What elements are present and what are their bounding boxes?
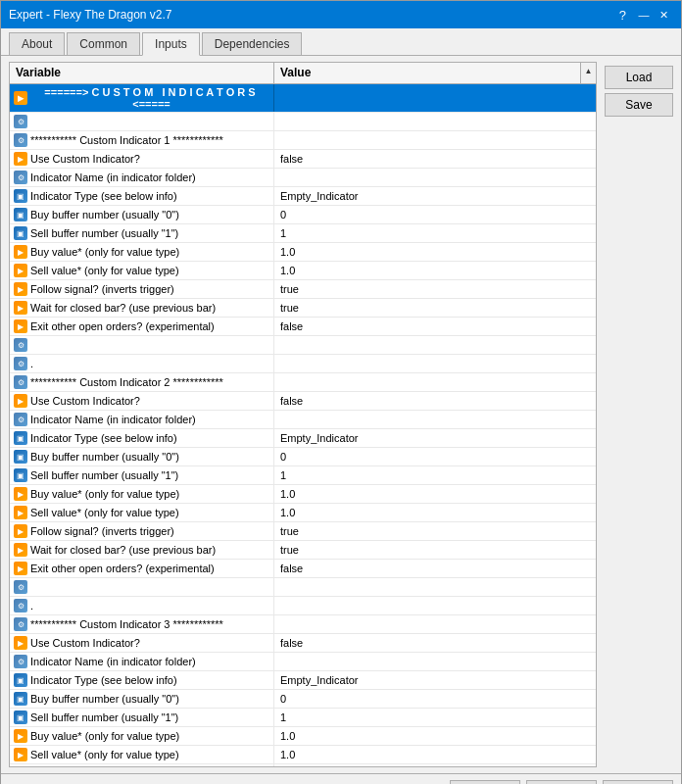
table-row[interactable]: ▣ Indicator Type (see below info) Empty_… — [10, 671, 596, 690]
table-row[interactable]: ⚙ Indicator Name (in indicator folder) — [10, 411, 596, 429]
table-row[interactable]: ▣ Indicator Type (see below info) Empty_… — [10, 187, 596, 206]
table-row[interactable]: ▶ Follow signal? (inverts trigger) true — [10, 522, 596, 541]
cell-value: true — [274, 280, 596, 298]
cell-variable: ⚙ — [10, 113, 274, 130]
table-row[interactable]: ⚙ Indicator Name (in indicator folder) — [10, 653, 596, 671]
row-icon: ⚙ — [14, 655, 27, 668]
table-row[interactable]: ▶ Use Custom Indicator? false — [10, 392, 596, 411]
table-row[interactable]: ▶ Sell value* (only for value type) 1.0 — [10, 746, 596, 764]
row-icon: ⚙ — [14, 375, 27, 389]
title-bar: Expert - Flexy The Dragon v2.7 ? — ✕ — [1, 1, 681, 28]
table-row[interactable]: ⚙ — [10, 578, 596, 597]
scroll-up-arrow[interactable]: ▲ — [583, 65, 595, 77]
table-row[interactable]: ⚙ *********** Custom Indicator 3 *******… — [10, 615, 596, 634]
table-row[interactable]: ▶ Wait for closed bar? (use previous bar… — [10, 541, 596, 560]
table-body[interactable]: ▶ ======> C U S T O M I N D I C A T O R … — [10, 84, 596, 766]
table-row[interactable]: ▶ Sell value* (only for value type) 1.0 — [10, 262, 596, 280]
cell-variable: ▣ Indicator Type (see below info) — [10, 671, 274, 689]
cell-variable: ▣ Buy buffer number (usually "0") — [10, 206, 274, 223]
table-row[interactable]: ▣ Indicator Type (see below info) Empty_… — [10, 429, 596, 448]
scroll-indicator: ▲ — [580, 63, 596, 83]
row-label: ======> C U S T O M I N D I C A T O R S … — [30, 86, 269, 110]
table-row[interactable]: ▶ Exit other open orders? (experimental)… — [10, 560, 596, 578]
cell-value: false — [274, 392, 596, 410]
cell-variable: ▶ Use Custom Indicator? — [10, 634, 274, 652]
cell-variable: ▣ Sell buffer number (usually "1") — [10, 709, 274, 726]
table-row[interactable]: ▶ Buy value* (only for value type) 1.0 — [10, 243, 596, 262]
cell-value: true — [274, 764, 596, 766]
row-icon: ⚙ — [14, 617, 27, 631]
table-row[interactable]: ▣ Buy buffer number (usually "0") 0 — [10, 448, 596, 466]
table-row[interactable]: ▶ Buy value* (only for value type) 1.0 — [10, 727, 596, 746]
close-button[interactable]: ✕ — [654, 6, 673, 24]
cell-variable: ▣ Sell buffer number (usually "1") — [10, 224, 274, 242]
tab-inputs[interactable]: Inputs — [142, 32, 200, 56]
load-button[interactable]: Load — [605, 66, 673, 89]
row-icon: ⚙ — [14, 599, 27, 612]
cell-variable: ▶ Buy value* (only for value type) — [10, 485, 274, 503]
table-row[interactable]: ▣ Sell buffer number (usually "1") 1 — [10, 224, 596, 243]
cell-variable: ▣ Buy buffer number (usually "0") — [10, 690, 274, 708]
table-row[interactable]: ▶ Follow signal? (inverts trigger) true — [10, 280, 596, 299]
row-icon: ▶ — [14, 152, 27, 166]
table-row[interactable]: ▣ Buy buffer number (usually "0") 0 — [10, 690, 596, 709]
table-row[interactable]: ▣ Sell buffer number (usually "1") 1 — [10, 709, 596, 727]
col-value-header: Value — [274, 63, 580, 83]
tab-dependencies[interactable]: Dependencies — [202, 32, 303, 55]
table-row[interactable]: ⚙ Indicator Name (in indicator folder) — [10, 169, 596, 187]
table-row[interactable]: ▶ Wait for closed bar? (use previous bar… — [10, 299, 596, 318]
row-label: Exit other open orders? (experimental) — [30, 320, 215, 332]
save-button[interactable]: Save — [605, 93, 673, 117]
table-row[interactable]: ⚙ . — [10, 355, 596, 373]
cell-variable: ▶ Use Custom Indicator? — [10, 392, 274, 410]
row-icon: ▶ — [14, 506, 27, 519]
cell-value: true — [274, 299, 596, 317]
row-icon: ⚙ — [14, 115, 27, 128]
row-label: Buy buffer number (usually "0") — [30, 451, 179, 463]
table-row[interactable]: ⚙ — [10, 113, 596, 131]
tab-common[interactable]: Common — [67, 32, 140, 55]
cell-value: 0 — [274, 448, 596, 466]
help-button[interactable]: ? — [619, 8, 626, 23]
table-row[interactable]: ⚙ . — [10, 597, 596, 615]
row-icon: ▣ — [14, 431, 27, 445]
cell-value: false — [274, 560, 596, 577]
cell-value — [274, 131, 596, 149]
row-label: Sell buffer number (usually "1") — [30, 227, 178, 239]
table-row[interactable]: ▣ Sell buffer number (usually "1") 1 — [10, 466, 596, 485]
table-row[interactable]: ▶ Follow signal? (inverts trigger) true — [10, 764, 596, 766]
cell-variable: ⚙ *********** Custom Indicator 2 *******… — [10, 373, 274, 391]
parameters-table: Variable Value ▲ ▶ ======> C U S T O M I… — [9, 62, 597, 767]
ok-button[interactable]: OK — [450, 780, 520, 784]
cell-variable: ▶ Use Custom Indicator? — [10, 150, 274, 168]
cell-variable: ▶ Wait for closed bar? (use previous bar… — [10, 541, 274, 559]
cancel-button[interactable]: Отмена — [526, 780, 597, 784]
table-row[interactable]: ▣ Buy buffer number (usually "0") 0 — [10, 206, 596, 224]
table-row[interactable]: ⚙ — [10, 336, 596, 355]
cell-value: 1 — [274, 224, 596, 242]
table-row[interactable]: ▶ Use Custom Indicator? false — [10, 634, 596, 653]
tab-about[interactable]: About — [9, 32, 65, 55]
cell-value: 1.0 — [274, 262, 596, 279]
minimize-button[interactable]: — — [634, 6, 654, 24]
row-icon: ▶ — [14, 319, 27, 333]
table-row[interactable]: ▶ Exit other open orders? (experimental)… — [10, 318, 596, 336]
cell-value — [274, 615, 596, 633]
reset-button[interactable]: Reset — [603, 780, 673, 784]
row-icon: ▣ — [14, 468, 27, 482]
tab-bar: About Common Inputs Dependencies — [1, 28, 681, 56]
table-row[interactable]: ▶ Buy value* (only for value type) 1.0 — [10, 485, 596, 504]
cell-value — [274, 113, 596, 130]
cell-value: 1 — [274, 466, 596, 484]
table-row[interactable]: ⚙ *********** Custom Indicator 2 *******… — [10, 373, 596, 392]
cell-variable: ⚙ . — [10, 355, 274, 372]
cell-variable: ⚙ Indicator Name (in indicator folder) — [10, 169, 274, 186]
table-row[interactable]: ▶ Sell value* (only for value type) 1.0 — [10, 504, 596, 522]
row-icon: ▶ — [14, 264, 27, 277]
cell-variable: ⚙ — [10, 336, 274, 354]
cell-variable: ▶ Exit other open orders? (experimental) — [10, 560, 274, 577]
table-row[interactable]: ▶ Use Custom Indicator? false — [10, 150, 596, 169]
table-row[interactable]: ▶ ======> C U S T O M I N D I C A T O R … — [10, 84, 596, 113]
table-row[interactable]: ⚙ *********** Custom Indicator 1 *******… — [10, 131, 596, 150]
row-label: Use Custom Indicator? — [30, 637, 140, 649]
